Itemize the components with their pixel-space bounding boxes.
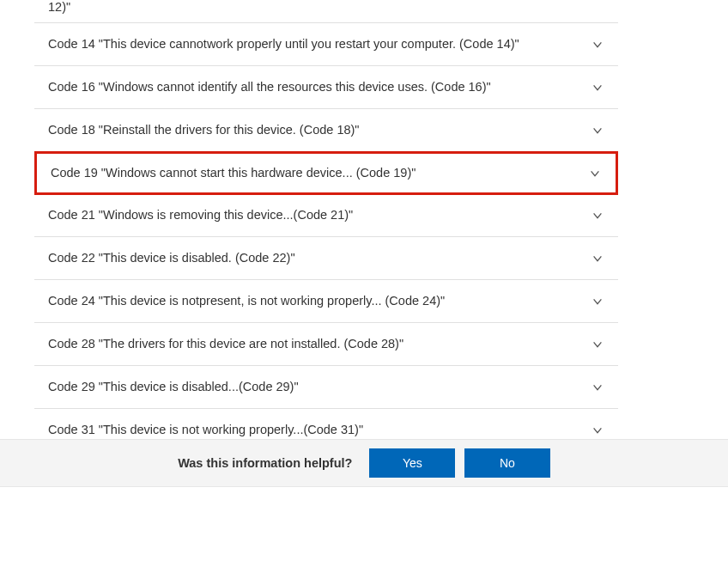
accordion-label: Code 28 "The drivers for this device are… <box>48 335 591 353</box>
yes-button[interactable]: Yes <box>369 448 455 478</box>
chevron-down-icon <box>591 209 604 222</box>
chevron-down-icon <box>588 167 602 180</box>
accordion-item-code-29[interactable]: Code 29 "This device is disabled...(Code… <box>34 366 618 409</box>
accordion-item-code-28[interactable]: Code 28 "The drivers for this device are… <box>34 323 618 366</box>
chevron-down-icon <box>591 381 604 394</box>
accordion-label: Code 24 "This device is notpresent, is n… <box>48 292 591 310</box>
accordion-label: Code 14 "This device cannotwork properly… <box>48 35 591 53</box>
accordion-item-code-16[interactable]: Code 16 "Windows cannot identify all the… <box>34 66 618 109</box>
accordion-label: Code 21 "Windows is removing this device… <box>48 206 591 224</box>
chevron-down-icon <box>591 424 604 437</box>
accordion-item-code-21[interactable]: Code 21 "Windows is removing this device… <box>34 194 618 237</box>
partial-row: 12)" <box>34 0 618 23</box>
accordion-label: Code 29 "This device is disabled...(Code… <box>48 378 591 396</box>
accordion-item-code-18[interactable]: Code 18 "Reinstall the drivers for this … <box>34 109 618 152</box>
accordion-list: 12)" Code 14 "This device cannotwork pro… <box>0 0 618 452</box>
chevron-down-icon <box>591 295 604 308</box>
feedback-buttons: Yes No <box>369 448 549 478</box>
accordion-item-code-22[interactable]: Code 22 "This device is disabled. (Code … <box>34 237 618 280</box>
accordion-item-code-19[interactable]: Code 19 "Windows cannot start this hardw… <box>34 151 618 195</box>
accordion-item-code-24[interactable]: Code 24 "This device is notpresent, is n… <box>34 280 618 323</box>
chevron-down-icon <box>591 124 604 137</box>
accordion-label: Code 22 "This device is disabled. (Code … <box>48 249 591 267</box>
accordion-label: Code 31 "This device is not working prop… <box>48 421 591 439</box>
chevron-down-icon <box>591 252 604 265</box>
accordion-label: Code 19 "Windows cannot start this hardw… <box>51 164 588 182</box>
feedback-bar: Was this information helpful? Yes No <box>0 439 728 487</box>
accordion-label: Code 18 "Reinstall the drivers for this … <box>48 121 591 139</box>
feedback-prompt: Was this information helpful? <box>178 456 352 470</box>
chevron-down-icon <box>591 38 604 52</box>
chevron-down-icon <box>591 81 604 94</box>
accordion-label: Code 16 "Windows cannot identify all the… <box>48 78 591 96</box>
chevron-down-icon <box>591 338 604 351</box>
accordion-item-code-14[interactable]: Code 14 "This device cannotwork properly… <box>34 23 618 66</box>
no-button[interactable]: No <box>464 448 550 478</box>
